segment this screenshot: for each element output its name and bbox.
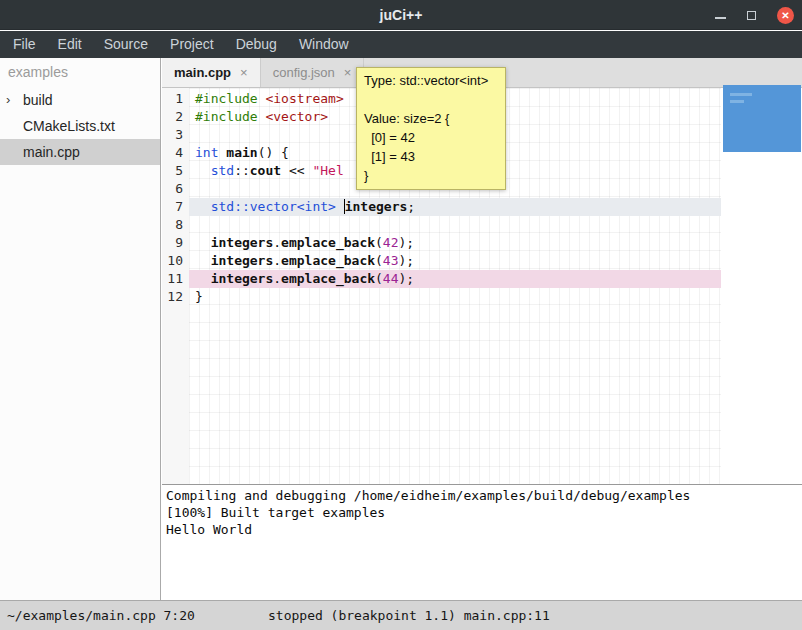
code-line-10[interactable]: 10 integers.emplace_back(43); xyxy=(162,252,721,270)
code-line-7[interactable]: 7 std::vector<int> integers; xyxy=(162,198,721,216)
terminal-line: Hello World xyxy=(166,521,798,538)
window-title: juCi++ xyxy=(0,0,802,30)
code-token xyxy=(336,199,344,214)
code-token xyxy=(195,163,211,178)
code-text: integers.emplace_back(44); xyxy=(189,270,721,288)
terminal-output[interactable]: Compiling and debugging /home/eidheim/ex… xyxy=(162,484,802,600)
tab-label: config.json xyxy=(273,65,335,80)
line-number[interactable]: 1 xyxy=(162,90,189,108)
tree-item-label: build xyxy=(23,87,53,113)
code-token xyxy=(195,253,211,268)
line-number[interactable]: 6 xyxy=(162,180,189,198)
tooltip-line: Value: size=2 { xyxy=(364,109,498,128)
code-text: std::vector<int> integers; xyxy=(189,198,721,216)
code-line-9[interactable]: 9 integers.emplace_back(42); xyxy=(162,234,721,252)
code-token xyxy=(195,199,211,214)
code-line-8[interactable]: 8 xyxy=(162,216,721,234)
code-token: #include xyxy=(195,109,258,124)
code-token: <vector> xyxy=(265,109,328,124)
code-token: std::vector<int> xyxy=(211,199,336,214)
file-tree: ›buildCMakeLists.txtmain.cpp xyxy=(0,87,160,165)
code-token: integers xyxy=(345,199,408,214)
minimize-icon[interactable] xyxy=(715,17,726,19)
code-line-11[interactable]: 11 integers.emplace_back(44); xyxy=(162,270,721,288)
code-token: main xyxy=(226,145,257,160)
code-token: std xyxy=(211,163,234,178)
code-text xyxy=(189,216,721,234)
close-icon[interactable]: ✕ xyxy=(777,7,794,24)
code-token: :: xyxy=(234,163,250,178)
code-token xyxy=(195,271,211,286)
tooltip-line: } xyxy=(364,166,498,185)
line-number[interactable]: 11 xyxy=(162,270,189,288)
terminal-line: Compiling and debugging /home/eidheim/ex… xyxy=(166,487,798,504)
code-token: ( xyxy=(375,235,383,250)
code-token: ; xyxy=(407,199,415,214)
statusbar: ~/examples/main.cpp 7:20 stopped (breakp… xyxy=(0,600,802,630)
overview-mark xyxy=(730,93,752,96)
menu-window[interactable]: Window xyxy=(288,31,360,58)
tree-item-cmakelists-txt[interactable]: CMakeLists.txt xyxy=(0,113,160,139)
restore-icon[interactable] xyxy=(747,11,756,20)
line-number[interactable]: 9 xyxy=(162,234,189,252)
tooltip-line: [1] = 43 xyxy=(364,147,498,166)
code-token: ); xyxy=(399,253,415,268)
code-token: "Hel xyxy=(312,163,343,178)
tooltip-line: Type: std::vector<int> xyxy=(364,71,498,90)
titlebar: juCi++ ✕ xyxy=(0,0,802,30)
tree-item-build[interactable]: ›build xyxy=(0,87,160,113)
code-token xyxy=(195,235,211,250)
code-token: ); xyxy=(399,271,415,286)
code-token: () { xyxy=(258,145,289,160)
tab-close-icon[interactable]: × xyxy=(344,65,352,80)
line-number[interactable]: 4 xyxy=(162,144,189,162)
tab-config-json[interactable]: config.json× xyxy=(261,58,365,87)
code-token: #include xyxy=(195,91,258,106)
code-token: integers xyxy=(211,253,274,268)
menu-project[interactable]: Project xyxy=(159,31,225,58)
code-token: integers xyxy=(211,271,274,286)
code-token: . xyxy=(273,271,281,286)
code-token: emplace_back xyxy=(281,271,375,286)
code-token: 43 xyxy=(383,253,399,268)
code-line-12[interactable]: 12} xyxy=(162,288,721,306)
terminal-line: [100%] Built target examples xyxy=(166,504,798,521)
code-token: cout xyxy=(250,163,281,178)
code-token: ); xyxy=(399,235,415,250)
expander-icon[interactable]: › xyxy=(6,87,23,113)
line-number[interactable]: 2 xyxy=(162,108,189,126)
tree-item-label: CMakeLists.txt xyxy=(23,113,115,139)
tab-label: main.cpp xyxy=(174,65,231,80)
line-number[interactable]: 7 xyxy=(162,198,189,216)
code-token: 44 xyxy=(383,271,399,286)
scroll-overview[interactable] xyxy=(723,85,801,152)
line-number[interactable]: 8 xyxy=(162,216,189,234)
tooltip-line: [0] = 42 xyxy=(364,128,498,147)
window-controls: ✕ xyxy=(715,0,794,30)
line-number[interactable]: 10 xyxy=(162,252,189,270)
menu-file[interactable]: File xyxy=(2,31,47,58)
menu-debug[interactable]: Debug xyxy=(225,31,288,58)
code-token: integers xyxy=(211,235,274,250)
debug-tooltip: Type: std::vector<int> Value: size=2 { [… xyxy=(356,67,506,190)
overview-mark xyxy=(730,100,744,103)
tab-main-cpp[interactable]: main.cpp× xyxy=(162,58,261,87)
sidebar: examples ›buildCMakeLists.txtmain.cpp xyxy=(0,58,161,600)
code-token: <iostream> xyxy=(265,91,343,106)
menu-edit[interactable]: Edit xyxy=(47,31,93,58)
code-text: } xyxy=(189,288,721,306)
code-text: integers.emplace_back(43); xyxy=(189,252,721,270)
code-token: } xyxy=(195,289,203,304)
tree-item-main-cpp[interactable]: main.cpp xyxy=(0,139,160,165)
tab-close-icon[interactable]: × xyxy=(240,65,248,80)
menu-source[interactable]: Source xyxy=(93,31,159,58)
line-number[interactable]: 5 xyxy=(162,162,189,180)
tree-item-label: main.cpp xyxy=(23,139,80,165)
menubar: FileEditSourceProjectDebugWindow xyxy=(0,31,802,58)
line-number[interactable]: 12 xyxy=(162,288,189,306)
status-file-position: ~/examples/main.cpp 7:20 xyxy=(7,601,195,630)
line-number[interactable]: 3 xyxy=(162,126,189,144)
code-text: integers.emplace_back(42); xyxy=(189,234,721,252)
code-token: emplace_back xyxy=(281,253,375,268)
tooltip-line xyxy=(364,90,498,109)
